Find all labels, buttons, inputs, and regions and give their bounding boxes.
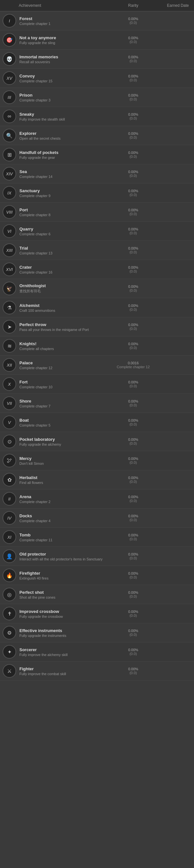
achievement-icon: VIII <box>3 205 16 219</box>
table-row: XII Palace Complete chapter 12 0.0016 Co… <box>0 355 194 375</box>
rarity-pts: (0.0) <box>114 59 153 63</box>
achievement-icon: 🎯 <box>3 33 16 47</box>
achievement-desc: Fully upgrade the alchemy <box>20 442 114 446</box>
achievement-icon: ⚔ <box>3 664 16 678</box>
rarity-col: 0.00% (0.0) <box>114 93 153 101</box>
header-rarity: Rarity <box>114 3 153 8</box>
header-achievement: Achievement <box>3 3 114 8</box>
achievement-info: Sea Complete chapter 14 <box>20 169 114 179</box>
rarity-pct: 0.00% <box>114 304 153 308</box>
rarity-col: 0.00% (0.0) <box>114 495 153 503</box>
table-row: X Fort Complete chapter 10 0.00% (0.0) <box>0 375 194 394</box>
table-row: ⚙ Effective instruments Fully upgrade th… <box>0 623 194 643</box>
rarity-pct: 0.00% <box>114 208 153 212</box>
achievement-name: Immortal memories <box>20 55 114 59</box>
achievement-icon: XIII <box>3 243 16 257</box>
achievement-name: Pocket laboratory <box>20 437 114 442</box>
achievement-desc: Pass all your throws in the minigame of … <box>20 328 114 332</box>
table-row: ◎ Perfect shot Shot all the pine cones 0… <box>0 585 194 604</box>
rarity-pts: (0.0) <box>114 288 153 292</box>
rarity-col: 0.00% (0.0) <box>114 380 153 388</box>
rarity-pct: 0.00% <box>114 552 153 556</box>
table-row: ➤ Perfect throw Pass all your throws in … <box>0 317 194 336</box>
achievement-info: Perfect throw Pass all your throws in th… <box>20 322 114 332</box>
rarity-pct: 0.00% <box>114 380 153 384</box>
table-row: ✝ Improved crossbow Fully upgrade the cr… <box>0 604 194 623</box>
table-row: ∞ Sneaky Fully improve the stealth skill… <box>0 107 194 126</box>
achievement-name: Palace <box>20 361 114 365</box>
achievement-icon: VII <box>3 396 16 410</box>
table-row: 🔍 Explorer Open all the secret chests 0.… <box>0 126 194 145</box>
achievement-info: Perfect shot Shot all the pine cones <box>20 590 114 599</box>
icon-glyph: ✦ <box>7 649 12 655</box>
achievement-desc: Complete chapter 15 <box>20 79 114 83</box>
rarity-pct: 0.00% <box>114 323 153 327</box>
rarity-col: 0.00% (0.0) <box>114 342 153 350</box>
rarity-pts: (0.0) <box>114 633 153 637</box>
achievement-icon: 👤 <box>3 549 16 563</box>
achievement-name: Ornithologist <box>20 283 114 288</box>
rarity-pct: 0.00% <box>114 246 153 250</box>
icon-glyph: XIV <box>6 172 13 176</box>
achievement-icon: ⊞ <box>3 148 16 161</box>
achievement-desc: Open all the secret chests <box>20 136 114 141</box>
table-row: II Arena Complete chapter 2 0.00% (0.0) <box>0 489 194 508</box>
icon-glyph: ∞ <box>7 114 11 119</box>
achievement-desc: Complete chapter 10 <box>20 385 114 389</box>
icon-glyph: VIII <box>6 210 13 215</box>
achievement-info: Not a toy anymore Fully upgrade the slin… <box>20 35 114 45</box>
achievement-desc: Complete chapter 16 <box>20 270 114 274</box>
achievement-info: Handfull of pockets Fully upgrade the ge… <box>20 150 114 159</box>
achievement-info: Alchemist Craft 100 ammunitions <box>20 303 114 312</box>
table-row: ⚗ Alchemist Craft 100 ammunitions 0.00% … <box>0 298 194 317</box>
rarity-pct: 0.00% <box>114 170 153 174</box>
achievement-icon: 🔍 <box>3 129 16 142</box>
achievement-desc: Complete chapter 5 <box>20 423 114 427</box>
rarity-pct: 0.0016 <box>114 361 153 365</box>
table-row: IV Docks Complete chapter 4 0.00% (0.0) <box>0 508 194 528</box>
icon-glyph: VI <box>7 229 11 234</box>
icon-glyph: ✿ <box>7 477 12 483</box>
achievement-desc: Complete chapter 4 <box>20 519 114 523</box>
rarity-pts: (0.0) <box>114 155 153 158</box>
achievement-desc: Recall all souvenirs <box>20 60 114 64</box>
achievement-name: Herbalist <box>20 475 114 480</box>
achievement-icon: IX <box>3 186 16 200</box>
achievement-icon: I <box>3 14 16 28</box>
achievement-icon: VI <box>3 224 16 238</box>
rarity-pts: (0.0) <box>114 652 153 656</box>
achievement-name: Improved crossbow <box>20 609 114 614</box>
rarity-pct: 0.00% <box>114 514 153 518</box>
achievement-icon: IV <box>3 511 16 525</box>
rarity-col: 0.00% (0.0) <box>114 227 153 235</box>
rarity-col: 0.00% (0.0) <box>114 514 153 522</box>
table-row: VIII Port Complete chapter 8 0.00% (0.0) <box>0 203 194 222</box>
achievement-name: Explorer <box>20 131 114 136</box>
achievement-desc: Don't kill Simon <box>20 462 114 465</box>
rarity-pct: 0.00% <box>114 591 153 594</box>
rarity-pts: Complete chapter 12 <box>114 365 153 369</box>
rarity-col: 0.00% (0.0) <box>114 667 153 675</box>
rarity-col: 0.00% (0.0) <box>114 246 153 254</box>
achievement-desc: Fully improve the stealth skill <box>20 117 114 121</box>
rarity-pts: (0.0) <box>114 671 153 675</box>
achievement-desc: Complete chapter 6 <box>20 232 114 236</box>
achievement-desc: Fully improve the alchemy skill <box>20 653 114 657</box>
icon-glyph: IX <box>7 191 11 195</box>
rarity-col: 0.00% (0.0) <box>114 648 153 656</box>
icon-glyph: ⊙ <box>7 438 12 445</box>
rarity-col: 0.00% (0.0) <box>114 170 153 178</box>
icon-glyph: IV <box>7 516 11 521</box>
rarity-pct: 0.00% <box>114 667 153 671</box>
rarity-pts: (0.0) <box>114 518 153 522</box>
achievement-icon: III <box>3 90 16 104</box>
table-row: ⊙ Pocket laboratory Fully upgrade the al… <box>0 432 194 451</box>
achievement-info: Knights! Complete all chapters <box>20 341 114 351</box>
achievement-info: Firefighter Extinguish 40 fires <box>20 571 114 580</box>
achievement-info: Ornithologist 查找所有羽毛 <box>20 283 114 293</box>
icon-glyph: XV <box>6 76 12 81</box>
achievement-name: Fort <box>20 379 114 384</box>
icon-glyph: 🔍 <box>6 132 13 139</box>
achievement-info: Trial Complete chapter 13 <box>20 246 114 255</box>
rarity-col: 0.00% (0.0) <box>114 151 153 158</box>
